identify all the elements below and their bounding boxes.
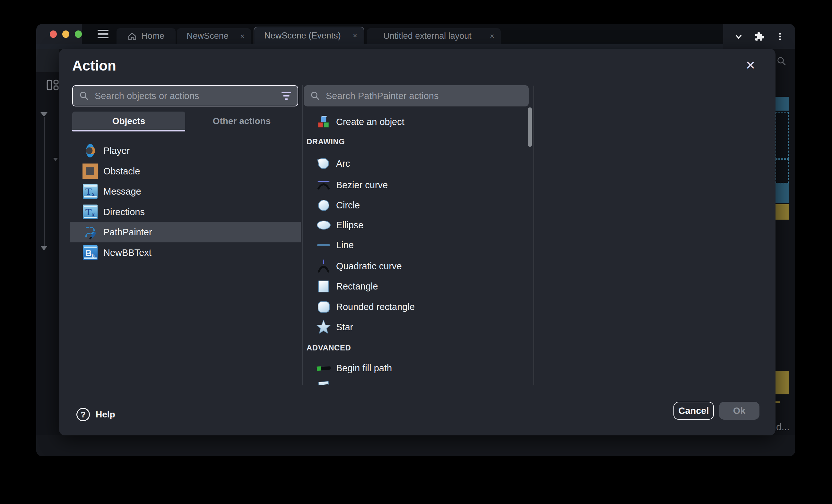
event-block	[776, 159, 789, 184]
titlebar-actions	[723, 24, 795, 49]
scrollbar-thumb[interactable]	[528, 107, 532, 147]
text-object-icon: Tx	[82, 184, 98, 199]
help-button[interactable]: ? Help	[76, 408, 115, 421]
tab-newscene-events-[interactable]: NewScene (Events)×	[254, 27, 364, 44]
tab-other-actions[interactable]: Other actions	[185, 112, 298, 131]
object-type-tabs: ObjectsOther actions	[72, 112, 298, 131]
event-block	[776, 371, 789, 394]
object-label: Directions	[103, 207, 145, 217]
begin-fill-path-icon	[316, 361, 331, 375]
objects-search-input[interactable]	[94, 90, 276, 102]
event-block	[776, 204, 789, 220]
action-row-bezier-curve[interactable]: Bezier curve	[304, 175, 525, 195]
hamburger-menu-icon[interactable]	[98, 30, 108, 38]
svg-text:x: x	[92, 191, 95, 197]
rectangle-icon	[316, 279, 331, 294]
tab-label: NewScene (Events)	[264, 31, 341, 41]
event-block	[776, 401, 780, 403]
search-icon[interactable]	[777, 56, 786, 67]
event-block	[776, 112, 789, 159]
zoom-window-button[interactable]	[75, 30, 82, 38]
action-row-create-an-object[interactable]: Create an object	[304, 112, 525, 132]
object-label: NewBBText	[103, 248, 152, 258]
close-icon[interactable]: ✕	[742, 57, 759, 74]
chevron-down-icon[interactable]	[734, 32, 744, 41]
search-icon	[310, 91, 320, 101]
section-header-drawing: DRAWING	[307, 136, 499, 147]
cancel-button[interactable]: Cancel	[673, 402, 714, 420]
action-row-circle[interactable]: Circle	[304, 195, 525, 216]
svg-text:T: T	[85, 186, 92, 197]
rounded-rectangle-icon	[316, 300, 331, 314]
actions-search-field[interactable]	[304, 85, 529, 107]
filter-icon[interactable]	[282, 92, 291, 100]
search-icon	[79, 91, 89, 101]
line-icon	[316, 237, 331, 252]
action-row-ellipse[interactable]: Ellipse	[304, 215, 525, 235]
screen: HomeNewScene×NewScene (Events)×Untitled …	[0, 0, 832, 504]
action-label: Rounded rectangle	[336, 302, 415, 312]
arc-icon	[316, 156, 331, 171]
quadratic-curve-icon	[316, 259, 331, 274]
extensions-icon[interactable]	[754, 31, 764, 42]
object-label: Player	[103, 145, 130, 156]
close-tab-icon[interactable]: ×	[490, 32, 494, 40]
actions-search-input[interactable]	[325, 90, 522, 102]
action-row-quadratic-curve[interactable]: Quadratic curve	[304, 256, 525, 276]
bezier-curve-icon	[316, 178, 331, 192]
close-tab-icon[interactable]: ×	[353, 32, 357, 39]
tab-untitled-external-layout[interactable]: Untitled external layout×	[367, 28, 501, 44]
path-painter-object-icon	[82, 224, 98, 240]
action-label: Quadratic curve	[336, 261, 402, 272]
action-row-partial[interactable]	[304, 374, 525, 385]
action-row-rounded-rectangle[interactable]: Rounded rectangle	[304, 297, 525, 317]
action-label: Create an object	[336, 117, 405, 127]
close-window-button[interactable]	[50, 30, 57, 38]
objects-search-field[interactable]	[72, 85, 298, 107]
event-block	[776, 184, 789, 203]
action-label: Arc	[336, 158, 350, 169]
object-row-directions[interactable]: TxDirections	[70, 202, 301, 222]
object-row-newbbtext[interactable]: BbNewBBText	[70, 242, 301, 263]
chevron-down-icon[interactable]	[41, 246, 48, 250]
app-window: HomeNewScene×NewScene (Events)×Untitled …	[36, 24, 795, 456]
chevron-down-icon[interactable]	[53, 158, 58, 161]
action-row-rectangle[interactable]: Rectangle	[304, 276, 525, 297]
action-row-arc[interactable]: Arc	[304, 153, 525, 174]
chevron-down-icon[interactable]	[41, 112, 48, 117]
obstacle-object-icon	[82, 164, 98, 179]
svg-text:T: T	[85, 207, 92, 217]
tab-label: Untitled external layout	[383, 31, 471, 41]
more-vertical-icon[interactable]	[775, 32, 785, 41]
close-tab-icon[interactable]: ×	[240, 32, 244, 40]
layout-grid-icon[interactable]	[47, 80, 59, 92]
minimize-window-button[interactable]	[62, 30, 69, 38]
ok-button[interactable]: Ok	[719, 402, 759, 420]
circle-icon	[316, 198, 331, 213]
tab-label: Home	[141, 31, 164, 41]
tab-home[interactable]: Home	[116, 28, 176, 44]
object-row-message[interactable]: TxMessage	[70, 181, 301, 202]
object-row-pathpainter[interactable]: PathPainter	[70, 222, 301, 242]
action-label: Star	[336, 322, 353, 333]
object-label: Obstacle	[103, 166, 140, 177]
action-row-line[interactable]: Line	[304, 235, 525, 255]
object-row-player[interactable]: Player	[70, 140, 301, 161]
action-label: Bezier curve	[336, 180, 388, 191]
object-row-obstacle[interactable]: Obstacle	[70, 161, 301, 181]
background-bottom-strip	[36, 436, 795, 456]
svg-text:b: b	[92, 253, 95, 258]
dialog-title: Action	[72, 58, 116, 74]
tab-newscene[interactable]: NewScene×	[177, 28, 251, 44]
section-header-advanced: ADVANCED	[307, 342, 499, 354]
text-object-icon: Tx	[82, 204, 98, 220]
titlebar: HomeNewScene×NewScene (Events)×Untitled …	[36, 24, 795, 44]
background-left-panel	[36, 49, 59, 436]
create-object-icon	[316, 114, 331, 129]
tab-objects[interactable]: Objects	[72, 112, 185, 131]
action-label: Begin fill path	[336, 363, 392, 373]
background-events-panel	[776, 49, 795, 436]
action-row-star[interactable]: Star	[304, 317, 525, 337]
action-label: Rectangle	[336, 281, 378, 292]
scrollbar-track	[533, 86, 534, 385]
